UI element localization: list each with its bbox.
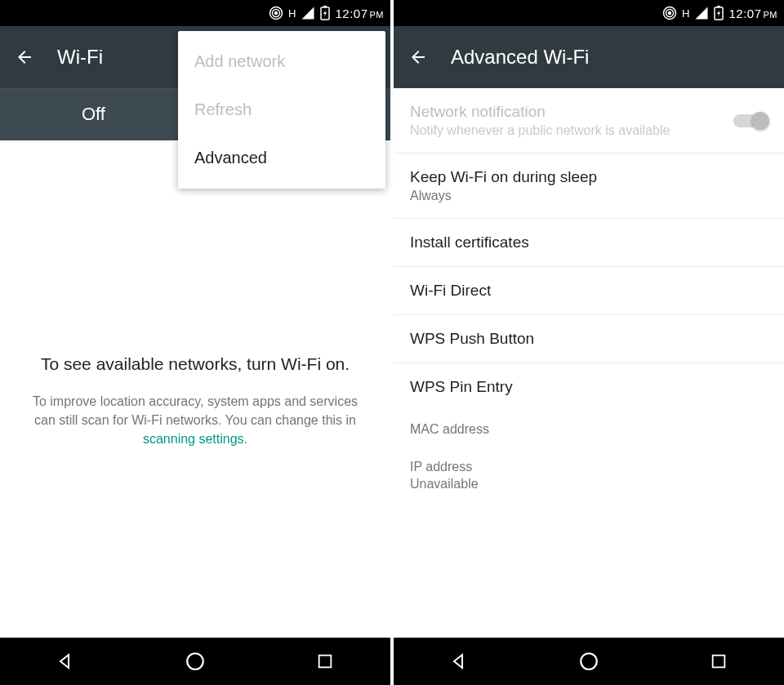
page-title: Advanced Wi-Fi (451, 46, 589, 69)
menu-item-advanced[interactable]: Advanced (178, 134, 385, 182)
empty-title: To see available networks, turn Wi-Fi on… (21, 354, 369, 374)
nav-recents-button[interactable] (707, 650, 730, 673)
svg-point-7 (669, 12, 671, 15)
wifi-toggle-label: Off (82, 104, 105, 125)
status-time: 12:07PM (335, 7, 384, 20)
svg-rect-4 (323, 6, 327, 7)
phone-left: H 12:07PM Wi-Fi Off To see available net… (0, 0, 390, 685)
nav-back-button[interactable] (448, 650, 470, 673)
item-ip-address: IP address Unavailable (394, 448, 784, 503)
battery-charging-icon (320, 6, 330, 20)
phone-right: H 12:07PM Advanced Wi-Fi Network notific… (394, 0, 784, 685)
item-keep-wifi-on-sleep[interactable]: Keep Wi-Fi on during sleep Always (394, 153, 784, 219)
empty-state: To see available networks, turn Wi-Fi on… (0, 354, 390, 449)
item-network-notification[interactable]: Network notification Notify whenever a p… (394, 88, 784, 153)
menu-item-add-network[interactable]: Add network (178, 38, 385, 86)
navigation-bar (0, 638, 390, 685)
signal-icon (694, 6, 709, 20)
svg-point-5 (187, 653, 203, 669)
content-area: To see available networks, turn Wi-Fi on… (0, 140, 390, 638)
menu-item-refresh[interactable]: Refresh (178, 86, 385, 134)
signal-icon (301, 6, 315, 20)
nav-home-button[interactable] (184, 650, 207, 673)
overflow-menu: Add network Refresh Advanced (178, 31, 385, 189)
nav-recents-button[interactable] (314, 650, 336, 673)
nav-home-button[interactable] (577, 650, 600, 673)
item-wps-pin-entry[interactable]: WPS Pin Entry (394, 363, 784, 411)
svg-rect-11 (717, 6, 720, 7)
svg-point-0 (275, 12, 278, 15)
empty-subtitle: To improve location accuracy, system app… (21, 392, 369, 449)
back-button[interactable] (408, 47, 428, 67)
navigation-bar (394, 638, 784, 685)
network-type-label: H (682, 7, 689, 20)
switch-network-notification[interactable] (733, 114, 768, 127)
scanning-settings-link[interactable]: scanning settings (143, 432, 244, 446)
battery-charging-icon (714, 6, 724, 20)
svg-rect-13 (713, 656, 725, 668)
item-wps-push-button[interactable]: WPS Push Button (394, 315, 784, 363)
item-mac-address: MAC address (394, 411, 784, 448)
back-button[interactable] (15, 47, 34, 67)
status-time: 12:07PM (728, 7, 777, 20)
item-wifi-direct[interactable]: Wi-Fi Direct (394, 267, 784, 315)
hotspot-icon (269, 6, 283, 20)
status-bar: H 12:07PM (0, 0, 390, 26)
item-install-certificates[interactable]: Install certificates (394, 219, 784, 267)
page-title: Wi-Fi (57, 46, 103, 69)
hotspot-icon (662, 6, 677, 20)
svg-rect-6 (319, 656, 332, 668)
status-bar: H 12:07PM (394, 0, 784, 26)
network-type-label: H (288, 7, 296, 20)
settings-list: Network notification Notify whenever a p… (394, 88, 784, 638)
svg-point-12 (581, 653, 597, 669)
nav-back-button[interactable] (54, 650, 77, 673)
app-bar: Advanced Wi-Fi (394, 26, 784, 88)
